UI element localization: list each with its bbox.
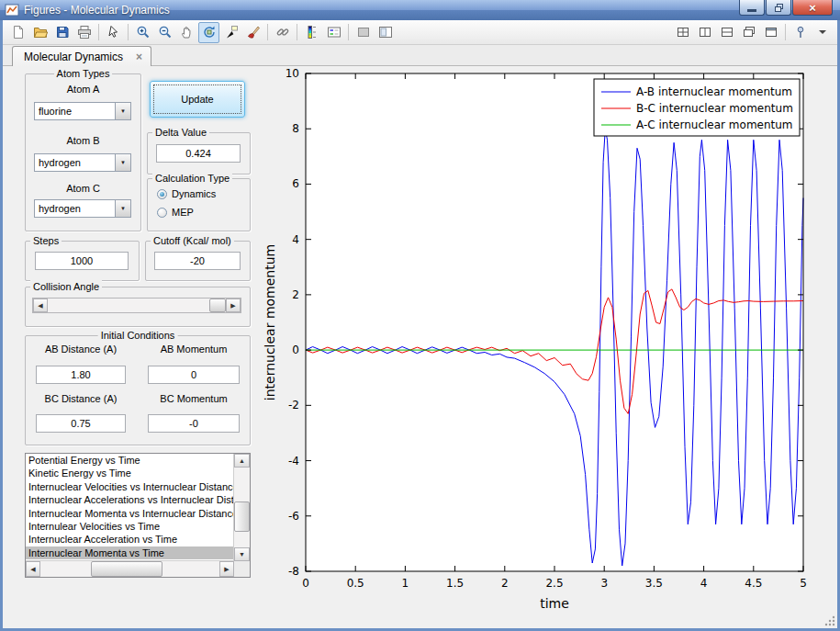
toolbar-menu-button[interactable] (812, 22, 833, 43)
list-item[interactable]: Internuclear Momenta vs Time (26, 546, 234, 559)
ab-distance-input[interactable] (36, 366, 126, 384)
slider-thumb[interactable] (209, 299, 226, 312)
x-tick-label: 3 (600, 577, 608, 590)
list-item[interactable]: Potential Energy vs Time (26, 454, 234, 467)
horizontal-scroll-thumb[interactable] (91, 561, 162, 577)
toolbar-separator (98, 24, 99, 40)
tile-single-button[interactable] (760, 22, 781, 43)
vertical-scroll-thumb[interactable] (234, 501, 250, 532)
slider-track[interactable] (48, 299, 226, 312)
pan-button[interactable] (176, 22, 197, 43)
insert-colorbar-button[interactable] (301, 22, 322, 43)
list-item[interactable]: Kinetic Energy vs Time (26, 467, 234, 479)
tab-molecular-dynamics[interactable]: Molecular Dynamics × (12, 46, 151, 66)
show-plot-tools-button[interactable] (375, 22, 396, 43)
tile-rows-icon (720, 25, 734, 39)
list-item[interactable]: Internuclear Acceleration vs Time (26, 533, 234, 546)
chevron-down-icon[interactable]: ▼ (115, 154, 130, 171)
zoom-out-icon (158, 25, 173, 39)
edit-plot-button[interactable] (103, 22, 124, 43)
print-figure-button[interactable] (73, 22, 95, 43)
zoom-in-button[interactable] (132, 22, 153, 43)
chevron-down-icon[interactable]: ▼ (115, 200, 130, 217)
new-figure-button[interactable] (7, 22, 28, 43)
data-cursor-icon (224, 25, 239, 39)
bc-momentum-input[interactable] (148, 414, 240, 433)
y-tick-label: -4 (288, 455, 299, 468)
zoom-out-button[interactable] (154, 22, 175, 43)
bc-momentum-label: BC Momentum (143, 393, 244, 404)
atom-c-dropdown[interactable]: hydrogen ▼ (34, 199, 131, 218)
save-figure-button[interactable] (51, 22, 73, 43)
atom-c-value: hydrogen (35, 200, 115, 217)
scroll-up-arrow-icon[interactable]: ▲ (234, 454, 250, 468)
atom-types-group: Atom Types Atom A fluorine ▼ Atom B hydr… (25, 73, 141, 231)
update-button[interactable]: Update (150, 81, 245, 118)
hide-plot-tools-button[interactable] (353, 22, 374, 43)
ab-momentum-label: AB Momentum (143, 344, 244, 355)
delta-value-input[interactable] (156, 144, 241, 163)
list-item[interactable]: Internuclear Accelerations vs Internucle… (26, 493, 234, 506)
y-tick-label: 10 (286, 67, 299, 80)
listbox-vertical-scrollbar[interactable]: ▲ ▼ (233, 454, 250, 561)
collision-angle-group: Collision Angle ◀ ▶ (25, 287, 251, 327)
y-tick-label: 8 (292, 122, 299, 135)
tile-rows-button[interactable] (716, 22, 737, 43)
tile-cascade-button[interactable] (738, 22, 759, 43)
radio-icon[interactable] (157, 208, 167, 218)
atom-b-dropdown[interactable]: hydrogen ▼ (34, 153, 131, 172)
window-body: Molecular Dynamics × Atom Types Atom A f… (3, 20, 837, 628)
listbox-horizontal-scrollbar[interactable]: ◀ ▶ (26, 560, 234, 577)
list-item[interactable]: Internuclear Momenta vs Internuclear Dis… (26, 507, 234, 520)
rotate-3d-button[interactable] (198, 22, 219, 43)
plot-type-listbox[interactable]: Potential Energy vs TimeKinetic Energy v… (25, 453, 251, 578)
link-plot-button[interactable] (272, 22, 293, 43)
list-item[interactable]: Internulear Velocities vs Time (26, 520, 234, 533)
open-file-button[interactable] (29, 22, 50, 43)
radio-option-mep[interactable]: MEP (157, 207, 216, 218)
brush-data-icon (246, 25, 261, 39)
slider-left-arrow-icon[interactable]: ◀ (33, 299, 48, 312)
minimize-button[interactable] (739, 0, 765, 16)
tile-single-icon (764, 25, 778, 39)
ab-momentum-input[interactable] (148, 366, 240, 384)
pan-icon (180, 25, 195, 39)
x-tick-label: 3.5 (645, 577, 663, 590)
pin-figures-icon (793, 25, 808, 39)
close-button[interactable]: × (792, 0, 833, 16)
steps-input[interactable] (35, 252, 129, 270)
momentum-chart[interactable]: 00.511.522.533.544.55-8-6-4-20246810time… (260, 66, 837, 628)
tile-columns-button[interactable] (694, 22, 715, 43)
resize-grip[interactable] (823, 614, 835, 626)
vertical-scroll-track[interactable] (234, 468, 250, 547)
chevron-down-icon[interactable]: ▼ (115, 103, 130, 119)
data-cursor-button[interactable] (220, 22, 241, 43)
bc-distance-input[interactable] (36, 414, 126, 433)
radio-icon[interactable] (157, 189, 167, 199)
scroll-right-arrow-icon[interactable]: ▶ (219, 561, 234, 577)
atom-a-label: Atom A (26, 84, 140, 95)
edit-plot-icon (106, 25, 121, 39)
y-tick-label: 0 (292, 344, 299, 356)
atom-a-dropdown[interactable]: fluorine ▼ (34, 102, 131, 120)
slider-right-arrow-icon[interactable]: ▶ (226, 299, 241, 312)
insert-legend-button[interactable] (323, 22, 344, 43)
collision-angle-slider[interactable]: ◀ ▶ (32, 298, 241, 313)
tile-grid-button[interactable] (672, 22, 693, 43)
restore-button[interactable] (766, 0, 791, 16)
scroll-down-arrow-icon[interactable]: ▼ (234, 547, 250, 561)
horizontal-scroll-track[interactable] (40, 561, 219, 577)
radio-option-dynamics[interactable]: Dynamics (157, 188, 216, 199)
cutoff-input[interactable] (154, 252, 241, 270)
title-bar[interactable]: Figures - Molecular Dynamics × (0, 0, 840, 20)
brush-data-button[interactable] (242, 22, 263, 43)
pin-figures-button[interactable] (790, 22, 811, 43)
tile-columns-icon (698, 25, 712, 39)
scroll-left-arrow-icon[interactable]: ◀ (26, 561, 40, 577)
initial-conditions-group: Initial Conditions AB Distance (A) AB Mo… (25, 335, 251, 445)
steps-title: Steps (30, 234, 62, 247)
calculation-type-group: Calculation Type DynamicsMEP (147, 178, 251, 231)
tab-close-icon[interactable]: × (136, 51, 142, 62)
window-title: Figures - Molecular Dynamics (24, 4, 170, 17)
list-item[interactable]: Internuclear Velocities vs Internuclear … (26, 480, 234, 493)
